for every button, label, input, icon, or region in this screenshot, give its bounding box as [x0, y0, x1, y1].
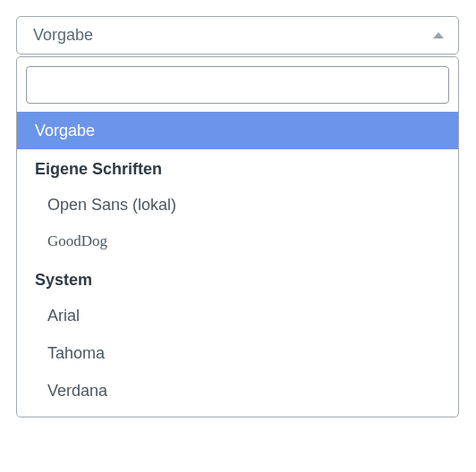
option-tahoma[interactable]: Tahoma: [17, 334, 458, 372]
option-verdana[interactable]: Verdana: [17, 372, 458, 409]
font-select-current: Vorgabe: [33, 26, 93, 45]
option-open-sans[interactable]: Open Sans (lokal): [17, 186, 458, 223]
font-select-dropdown: Vorgabe Eigene Schriften Open Sans (loka…: [16, 56, 459, 417]
search-input-wrap: [17, 57, 458, 112]
option-default[interactable]: Vorgabe: [17, 112, 458, 149]
font-select[interactable]: Vorgabe: [16, 16, 459, 55]
group-label-eigene-schriften: Eigene Schriften: [17, 149, 458, 186]
chevron-up-icon: [433, 32, 444, 38]
font-select-header[interactable]: Vorgabe: [17, 17, 458, 54]
option-arial[interactable]: Arial: [17, 297, 458, 334]
group-label-system: System: [17, 260, 458, 297]
option-gooddog[interactable]: GoodDog: [17, 223, 458, 260]
search-input[interactable]: [26, 66, 449, 104]
